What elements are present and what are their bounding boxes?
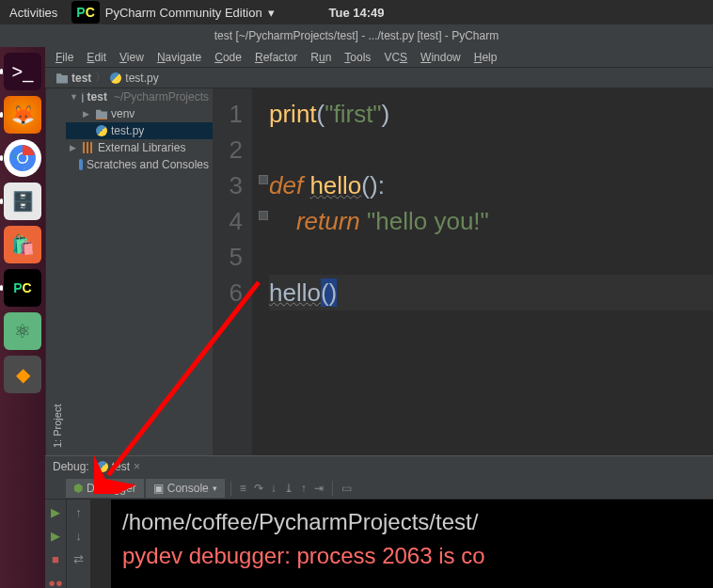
python-file-icon bbox=[97, 461, 108, 472]
debug-tabs: ⬢ Debugger ▣ Console ▾ ≡ ↷ ↓ ⤓ ↑ ⇥ ▭ bbox=[45, 477, 713, 500]
debug-console[interactable]: /home/coffee/PycharmProjects/test/ pydev… bbox=[111, 500, 713, 588]
clock[interactable]: Tue 14:49 bbox=[328, 6, 384, 20]
expand-icon[interactable]: ▶ bbox=[83, 109, 92, 119]
console-icon: ▣ bbox=[153, 482, 164, 495]
menu-code[interactable]: Code bbox=[208, 51, 248, 64]
view-breakpoints-icon[interactable]: ●● bbox=[48, 576, 63, 588]
bug-icon: ⬢ bbox=[73, 482, 83, 495]
window-titlebar: test [~/PycharmProjects/test] - .../test… bbox=[0, 24, 713, 47]
console-tab[interactable]: ▣ Console ▾ bbox=[146, 479, 225, 498]
debugger-tab[interactable]: ⬢ Debugger bbox=[66, 479, 144, 498]
evaluate-icon[interactable]: ▭ bbox=[339, 482, 355, 495]
activities-button[interactable]: Activities bbox=[9, 6, 57, 20]
breadcrumb: test 〉 test.py bbox=[0, 68, 713, 88]
debug-tool-window: Debug: test × ⬢ Debugger ▣ Console ▾ ≡ ↷… bbox=[45, 455, 713, 588]
step-into-icon[interactable]: ↓ bbox=[268, 482, 279, 495]
debug-step-controls: ↑ ↓ ⇄ bbox=[66, 500, 90, 588]
step-into-my-icon[interactable]: ⤓ bbox=[281, 482, 296, 495]
line-gutter: 1 2 3 4 5 6 bbox=[213, 88, 252, 455]
pycharm-launcher-icon[interactable]: PC bbox=[4, 269, 41, 307]
folder-icon bbox=[56, 72, 68, 84]
code-editor[interactable]: 1 2 3 4 5 6 print("first") def hello(): … bbox=[213, 88, 713, 455]
scratches-icon bbox=[79, 159, 83, 170]
tree-testfile[interactable]: test.py bbox=[66, 122, 213, 139]
debug-run-controls: ▶ ▶ ■ ●● bbox=[45, 500, 66, 588]
resume-icon[interactable]: ▶ bbox=[51, 529, 60, 543]
menu-edit[interactable]: Edit bbox=[80, 51, 113, 64]
step-over-icon[interactable]: ↷ bbox=[251, 482, 266, 495]
run-to-cursor-icon[interactable]: ⇥ bbox=[311, 482, 326, 495]
rerun-icon[interactable]: ▶ bbox=[51, 505, 60, 519]
tree-root[interactable]: ▼ test ~/PycharmProjects bbox=[66, 88, 213, 105]
expand-icon[interactable]: ▼ bbox=[70, 92, 78, 102]
python-file-icon bbox=[96, 125, 107, 136]
menu-run[interactable]: Run bbox=[304, 51, 338, 64]
fold-icon[interactable] bbox=[259, 211, 268, 220]
dropdown-icon: ▾ bbox=[268, 6, 275, 20]
firefox-icon[interactable]: 🦊 bbox=[4, 96, 41, 134]
menu-vcs[interactable]: VCS bbox=[377, 51, 414, 64]
close-icon[interactable]: × bbox=[134, 460, 140, 473]
folder-icon bbox=[82, 91, 84, 103]
breadcrumb-root[interactable]: test bbox=[71, 72, 91, 85]
step-out-icon[interactable]: ↑ bbox=[298, 482, 309, 495]
terminal-icon[interactable]: >_ bbox=[4, 53, 41, 90]
code-area[interactable]: print("first") def hello(): return "hell… bbox=[252, 88, 713, 455]
menu-view[interactable]: View bbox=[113, 51, 151, 64]
dropdown-icon: ▾ bbox=[213, 484, 217, 493]
menu-tools[interactable]: Tools bbox=[338, 51, 377, 64]
chrome-icon[interactable] bbox=[4, 139, 41, 177]
step-icons[interactable]: ≡ bbox=[237, 482, 249, 495]
menu-help[interactable]: Help bbox=[467, 51, 504, 64]
sublime-icon[interactable]: ◆ bbox=[4, 356, 41, 393]
menu-window[interactable]: Window bbox=[414, 51, 467, 64]
frames-up-icon[interactable]: ↑ bbox=[75, 505, 82, 519]
menu-file[interactable]: File bbox=[49, 51, 80, 64]
tree-scratches[interactable]: Scratches and Consoles bbox=[66, 156, 213, 173]
breadcrumb-separator: 〉 bbox=[95, 70, 106, 86]
tree-external-libraries[interactable]: ▶ External Libraries bbox=[66, 139, 213, 156]
menu-refactor[interactable]: Refactor bbox=[248, 51, 304, 64]
main-menu: File Edit View Navigate Code Refactor Ru… bbox=[0, 47, 713, 68]
pycharm-icon: PC bbox=[71, 1, 99, 24]
tree-venv[interactable]: ▶ venv bbox=[66, 105, 213, 122]
stop-icon[interactable]: ■ bbox=[52, 552, 59, 566]
ubuntu-launcher: >_ 🦊 🗄️ 🛍️ PC ⚛ ◆ bbox=[0, 47, 45, 588]
ubuntu-software-icon[interactable]: 🛍️ bbox=[4, 226, 41, 263]
expand-icon[interactable]: ▶ bbox=[70, 143, 79, 152]
app-menu[interactable]: PC PyCharm Community Edition ▾ bbox=[71, 1, 274, 24]
project-tree: ▼ test ~/PycharmProjects ▶ venv test.py … bbox=[66, 88, 213, 455]
frames-down-icon[interactable]: ↓ bbox=[75, 529, 82, 543]
fold-icon[interactable] bbox=[259, 175, 268, 184]
debug-header: Debug: test × bbox=[45, 456, 713, 477]
library-icon bbox=[83, 142, 94, 153]
project-tool-tab[interactable]: 1: Project bbox=[45, 88, 66, 455]
python-file-icon bbox=[110, 72, 121, 84]
folder-icon bbox=[96, 108, 107, 119]
atom-icon[interactable]: ⚛ bbox=[4, 312, 41, 350]
menu-navigate[interactable]: Navigate bbox=[151, 51, 208, 64]
debug-config-tab[interactable]: test × bbox=[97, 460, 140, 473]
files-icon[interactable]: 🗄️ bbox=[4, 183, 41, 220]
filter-icon[interactable]: ⇄ bbox=[73, 552, 84, 566]
system-topbar: Activities PC PyCharm Community Edition … bbox=[0, 0, 713, 24]
breadcrumb-file[interactable]: test.py bbox=[125, 72, 158, 85]
